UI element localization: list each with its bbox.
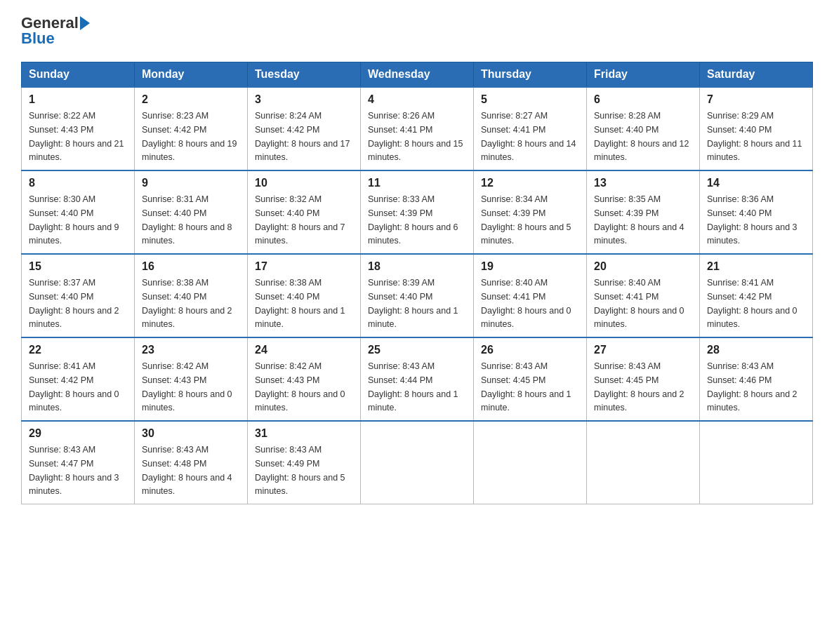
day-number: 4 <box>368 93 466 106</box>
calendar-cell: 3 Sunrise: 8:24 AMSunset: 4:42 PMDayligh… <box>248 87 361 170</box>
day-number: 14 <box>707 177 805 189</box>
calendar-cell: 21 Sunrise: 8:41 AMSunset: 4:42 PMDaylig… <box>700 254 813 337</box>
calendar-cell: 10 Sunrise: 8:32 AMSunset: 4:40 PMDaylig… <box>248 170 361 254</box>
calendar-table: SundayMondayTuesdayWednesdayThursdayFrid… <box>21 62 813 504</box>
day-number: 15 <box>29 260 127 273</box>
calendar-cell: 30 Sunrise: 8:43 AMSunset: 4:48 PMDaylig… <box>135 421 248 504</box>
calendar-cell: 2 Sunrise: 8:23 AMSunset: 4:42 PMDayligh… <box>135 87 248 170</box>
day-info: Sunrise: 8:31 AMSunset: 4:40 PMDaylight:… <box>142 194 232 246</box>
day-number: 13 <box>594 177 692 189</box>
calendar-cell <box>700 421 813 504</box>
day-info: Sunrise: 8:28 AMSunset: 4:40 PMDaylight:… <box>594 111 689 162</box>
calendar-cell: 29 Sunrise: 8:43 AMSunset: 4:47 PMDaylig… <box>22 421 135 504</box>
calendar-cell: 5 Sunrise: 8:27 AMSunset: 4:41 PMDayligh… <box>474 87 587 170</box>
day-number: 12 <box>481 177 579 189</box>
week-row-1: 1 Sunrise: 8:22 AMSunset: 4:43 PMDayligh… <box>22 87 813 170</box>
calendar-cell: 8 Sunrise: 8:30 AMSunset: 4:40 PMDayligh… <box>22 170 135 254</box>
day-info: Sunrise: 8:43 AMSunset: 4:47 PMDaylight:… <box>29 445 119 496</box>
weekday-header-saturday: Saturday <box>700 62 813 88</box>
calendar-cell: 9 Sunrise: 8:31 AMSunset: 4:40 PMDayligh… <box>135 170 248 254</box>
weekday-header-row: SundayMondayTuesdayWednesdayThursdayFrid… <box>22 62 813 88</box>
calendar-cell: 22 Sunrise: 8:41 AMSunset: 4:42 PMDaylig… <box>22 337 135 421</box>
day-number: 3 <box>255 93 353 106</box>
day-info: Sunrise: 8:36 AMSunset: 4:40 PMDaylight:… <box>707 194 797 246</box>
weekday-header-friday: Friday <box>587 62 700 88</box>
day-info: Sunrise: 8:32 AMSunset: 4:40 PMDaylight:… <box>255 194 345 246</box>
calendar-cell: 14 Sunrise: 8:36 AMSunset: 4:40 PMDaylig… <box>700 170 813 254</box>
day-number: 5 <box>481 93 579 106</box>
day-info: Sunrise: 8:43 AMSunset: 4:45 PMDaylight:… <box>481 361 571 412</box>
day-number: 19 <box>481 260 579 273</box>
day-number: 8 <box>29 177 127 189</box>
day-info: Sunrise: 8:40 AMSunset: 4:41 PMDaylight:… <box>594 278 684 329</box>
calendar-cell: 23 Sunrise: 8:42 AMSunset: 4:43 PMDaylig… <box>135 337 248 421</box>
day-number: 20 <box>594 260 692 273</box>
calendar-cell: 13 Sunrise: 8:35 AMSunset: 4:39 PMDaylig… <box>587 170 700 254</box>
calendar-cell <box>474 421 587 504</box>
day-number: 26 <box>481 344 579 356</box>
calendar-cell: 25 Sunrise: 8:43 AMSunset: 4:44 PMDaylig… <box>361 337 474 421</box>
weekday-header-sunday: Sunday <box>22 62 135 88</box>
day-number: 18 <box>368 260 466 273</box>
calendar-cell: 12 Sunrise: 8:34 AMSunset: 4:39 PMDaylig… <box>474 170 587 254</box>
day-number: 11 <box>368 177 466 189</box>
day-info: Sunrise: 8:27 AMSunset: 4:41 PMDaylight:… <box>481 111 576 162</box>
day-info: Sunrise: 8:37 AMSunset: 4:40 PMDaylight:… <box>29 278 119 329</box>
week-row-2: 8 Sunrise: 8:30 AMSunset: 4:40 PMDayligh… <box>22 170 813 254</box>
calendar-cell <box>361 421 474 504</box>
day-number: 30 <box>142 427 240 440</box>
day-info: Sunrise: 8:33 AMSunset: 4:39 PMDaylight:… <box>368 194 458 246</box>
weekday-header-wednesday: Wednesday <box>361 62 474 88</box>
calendar-cell: 28 Sunrise: 8:43 AMSunset: 4:46 PMDaylig… <box>700 337 813 421</box>
calendar-cell: 26 Sunrise: 8:43 AMSunset: 4:45 PMDaylig… <box>474 337 587 421</box>
calendar-cell: 18 Sunrise: 8:39 AMSunset: 4:40 PMDaylig… <box>361 254 474 337</box>
day-info: Sunrise: 8:22 AMSunset: 4:43 PMDaylight:… <box>29 111 124 162</box>
day-info: Sunrise: 8:42 AMSunset: 4:43 PMDaylight:… <box>142 361 232 412</box>
day-info: Sunrise: 8:43 AMSunset: 4:48 PMDaylight:… <box>142 445 232 496</box>
calendar-cell: 20 Sunrise: 8:40 AMSunset: 4:41 PMDaylig… <box>587 254 700 337</box>
day-info: Sunrise: 8:40 AMSunset: 4:41 PMDaylight:… <box>481 278 571 329</box>
day-info: Sunrise: 8:35 AMSunset: 4:39 PMDaylight:… <box>594 194 684 246</box>
day-number: 25 <box>368 344 466 356</box>
day-number: 7 <box>707 93 805 106</box>
day-info: Sunrise: 8:42 AMSunset: 4:43 PMDaylight:… <box>255 361 345 412</box>
day-info: Sunrise: 8:24 AMSunset: 4:42 PMDaylight:… <box>255 111 350 162</box>
day-info: Sunrise: 8:43 AMSunset: 4:44 PMDaylight:… <box>368 361 458 412</box>
calendar-cell: 15 Sunrise: 8:37 AMSunset: 4:40 PMDaylig… <box>22 254 135 337</box>
calendar-cell: 1 Sunrise: 8:22 AMSunset: 4:43 PMDayligh… <box>22 87 135 170</box>
day-info: Sunrise: 8:38 AMSunset: 4:40 PMDaylight:… <box>142 278 232 329</box>
day-info: Sunrise: 8:38 AMSunset: 4:40 PMDaylight:… <box>255 278 345 329</box>
weekday-header-tuesday: Tuesday <box>248 62 361 88</box>
day-info: Sunrise: 8:30 AMSunset: 4:40 PMDaylight:… <box>29 194 119 246</box>
day-info: Sunrise: 8:43 AMSunset: 4:45 PMDaylight:… <box>594 361 684 412</box>
day-info: Sunrise: 8:26 AMSunset: 4:41 PMDaylight:… <box>368 111 463 162</box>
calendar-cell: 19 Sunrise: 8:40 AMSunset: 4:41 PMDaylig… <box>474 254 587 337</box>
calendar-cell: 31 Sunrise: 8:43 AMSunset: 4:49 PMDaylig… <box>248 421 361 504</box>
calendar-cell: 4 Sunrise: 8:26 AMSunset: 4:41 PMDayligh… <box>361 87 474 170</box>
logo: General Blue <box>21 14 90 48</box>
day-info: Sunrise: 8:29 AMSunset: 4:40 PMDaylight:… <box>707 111 802 162</box>
calendar-cell: 16 Sunrise: 8:38 AMSunset: 4:40 PMDaylig… <box>135 254 248 337</box>
calendar-cell: 6 Sunrise: 8:28 AMSunset: 4:40 PMDayligh… <box>587 87 700 170</box>
logo-arrow-icon <box>80 16 90 30</box>
day-number: 9 <box>142 177 240 189</box>
calendar-cell: 27 Sunrise: 8:43 AMSunset: 4:45 PMDaylig… <box>587 337 700 421</box>
day-number: 29 <box>29 427 127 440</box>
day-number: 6 <box>594 93 692 106</box>
calendar-cell <box>587 421 700 504</box>
weekday-header-monday: Monday <box>135 62 248 88</box>
day-number: 1 <box>29 93 127 106</box>
calendar-cell: 24 Sunrise: 8:42 AMSunset: 4:43 PMDaylig… <box>248 337 361 421</box>
day-number: 22 <box>29 344 127 356</box>
day-number: 31 <box>255 427 353 440</box>
calendar-cell: 17 Sunrise: 8:38 AMSunset: 4:40 PMDaylig… <box>248 254 361 337</box>
weekday-header-thursday: Thursday <box>474 62 587 88</box>
day-number: 24 <box>255 344 353 356</box>
day-info: Sunrise: 8:39 AMSunset: 4:40 PMDaylight:… <box>368 278 458 329</box>
day-info: Sunrise: 8:43 AMSunset: 4:46 PMDaylight:… <box>707 361 797 412</box>
day-info: Sunrise: 8:23 AMSunset: 4:42 PMDaylight:… <box>142 111 237 162</box>
week-row-4: 22 Sunrise: 8:41 AMSunset: 4:42 PMDaylig… <box>22 337 813 421</box>
week-row-5: 29 Sunrise: 8:43 AMSunset: 4:47 PMDaylig… <box>22 421 813 504</box>
calendar-cell: 11 Sunrise: 8:33 AMSunset: 4:39 PMDaylig… <box>361 170 474 254</box>
day-number: 28 <box>707 344 805 356</box>
